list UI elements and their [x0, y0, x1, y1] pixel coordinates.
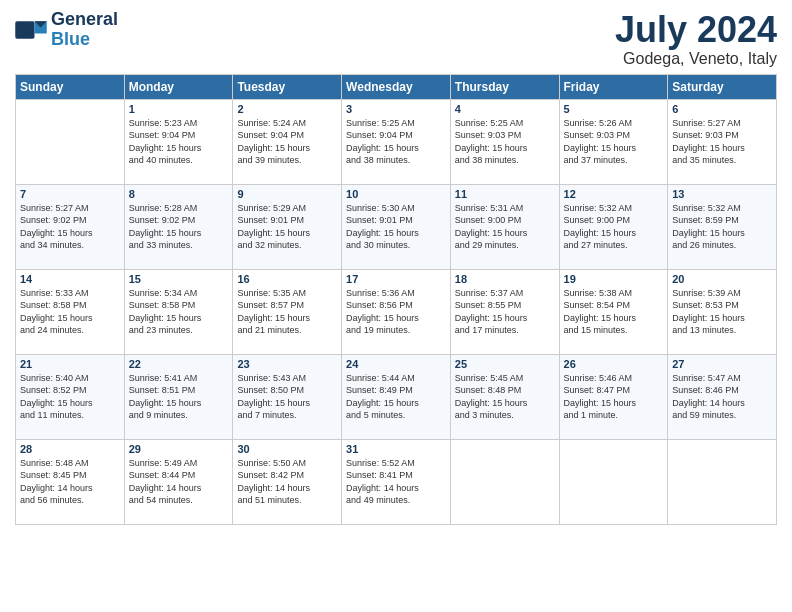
calendar-cell: 3Sunrise: 5:25 AM Sunset: 9:04 PM Daylig… — [342, 99, 451, 184]
cell-content: Sunrise: 5:36 AM Sunset: 8:56 PM Dayligh… — [346, 287, 446, 337]
calendar-cell: 6Sunrise: 5:27 AM Sunset: 9:03 PM Daylig… — [668, 99, 777, 184]
col-monday: Monday — [124, 74, 233, 99]
cell-content: Sunrise: 5:41 AM Sunset: 8:51 PM Dayligh… — [129, 372, 229, 422]
calendar-cell: 16Sunrise: 5:35 AM Sunset: 8:57 PM Dayli… — [233, 269, 342, 354]
cell-content: Sunrise: 5:37 AM Sunset: 8:55 PM Dayligh… — [455, 287, 555, 337]
day-number: 26 — [564, 358, 664, 370]
col-thursday: Thursday — [450, 74, 559, 99]
calendar-cell: 4Sunrise: 5:25 AM Sunset: 9:03 PM Daylig… — [450, 99, 559, 184]
week-row-3: 14Sunrise: 5:33 AM Sunset: 8:58 PM Dayli… — [16, 269, 777, 354]
calendar-cell: 14Sunrise: 5:33 AM Sunset: 8:58 PM Dayli… — [16, 269, 125, 354]
cell-content: Sunrise: 5:29 AM Sunset: 9:01 PM Dayligh… — [237, 202, 337, 252]
day-number: 2 — [237, 103, 337, 115]
cell-content: Sunrise: 5:49 AM Sunset: 8:44 PM Dayligh… — [129, 457, 229, 507]
day-number: 25 — [455, 358, 555, 370]
day-number: 9 — [237, 188, 337, 200]
calendar-cell: 31Sunrise: 5:52 AM Sunset: 8:41 PM Dayli… — [342, 439, 451, 524]
week-row-4: 21Sunrise: 5:40 AM Sunset: 8:52 PM Dayli… — [16, 354, 777, 439]
calendar-cell: 26Sunrise: 5:46 AM Sunset: 8:47 PM Dayli… — [559, 354, 668, 439]
cell-content: Sunrise: 5:32 AM Sunset: 9:00 PM Dayligh… — [564, 202, 664, 252]
week-row-1: 1Sunrise: 5:23 AM Sunset: 9:04 PM Daylig… — [16, 99, 777, 184]
calendar-cell: 21Sunrise: 5:40 AM Sunset: 8:52 PM Dayli… — [16, 354, 125, 439]
calendar-cell: 13Sunrise: 5:32 AM Sunset: 8:59 PM Dayli… — [668, 184, 777, 269]
location: Godega, Veneto, Italy — [615, 50, 777, 68]
day-number: 13 — [672, 188, 772, 200]
week-row-5: 28Sunrise: 5:48 AM Sunset: 8:45 PM Dayli… — [16, 439, 777, 524]
calendar-cell — [668, 439, 777, 524]
calendar-cell: 30Sunrise: 5:50 AM Sunset: 8:42 PM Dayli… — [233, 439, 342, 524]
calendar-cell: 20Sunrise: 5:39 AM Sunset: 8:53 PM Dayli… — [668, 269, 777, 354]
col-wednesday: Wednesday — [342, 74, 451, 99]
calendar-cell: 12Sunrise: 5:32 AM Sunset: 9:00 PM Dayli… — [559, 184, 668, 269]
day-number: 30 — [237, 443, 337, 455]
day-number: 11 — [455, 188, 555, 200]
day-number: 10 — [346, 188, 446, 200]
calendar-cell: 2Sunrise: 5:24 AM Sunset: 9:04 PM Daylig… — [233, 99, 342, 184]
logo-line1: General — [51, 10, 118, 30]
col-saturday: Saturday — [668, 74, 777, 99]
day-number: 19 — [564, 273, 664, 285]
cell-content: Sunrise: 5:35 AM Sunset: 8:57 PM Dayligh… — [237, 287, 337, 337]
col-sunday: Sunday — [16, 74, 125, 99]
cell-content: Sunrise: 5:31 AM Sunset: 9:00 PM Dayligh… — [455, 202, 555, 252]
cell-content: Sunrise: 5:47 AM Sunset: 8:46 PM Dayligh… — [672, 372, 772, 422]
calendar-cell: 1Sunrise: 5:23 AM Sunset: 9:04 PM Daylig… — [124, 99, 233, 184]
calendar-cell: 10Sunrise: 5:30 AM Sunset: 9:01 PM Dayli… — [342, 184, 451, 269]
logo-text: General Blue — [51, 10, 118, 50]
day-number: 24 — [346, 358, 446, 370]
cell-content: Sunrise: 5:40 AM Sunset: 8:52 PM Dayligh… — [20, 372, 120, 422]
cell-content: Sunrise: 5:30 AM Sunset: 9:01 PM Dayligh… — [346, 202, 446, 252]
day-number: 12 — [564, 188, 664, 200]
cell-content: Sunrise: 5:32 AM Sunset: 8:59 PM Dayligh… — [672, 202, 772, 252]
logo-icon — [15, 16, 47, 44]
cell-content: Sunrise: 5:34 AM Sunset: 8:58 PM Dayligh… — [129, 287, 229, 337]
day-number: 6 — [672, 103, 772, 115]
calendar-cell: 18Sunrise: 5:37 AM Sunset: 8:55 PM Dayli… — [450, 269, 559, 354]
day-number: 4 — [455, 103, 555, 115]
calendar-cell: 29Sunrise: 5:49 AM Sunset: 8:44 PM Dayli… — [124, 439, 233, 524]
cell-content: Sunrise: 5:25 AM Sunset: 9:04 PM Dayligh… — [346, 117, 446, 167]
day-number: 22 — [129, 358, 229, 370]
day-number: 27 — [672, 358, 772, 370]
logo: General Blue — [15, 10, 118, 50]
svg-rect-0 — [15, 21, 34, 39]
header-row: Sunday Monday Tuesday Wednesday Thursday… — [16, 74, 777, 99]
cell-content: Sunrise: 5:46 AM Sunset: 8:47 PM Dayligh… — [564, 372, 664, 422]
calendar-cell: 17Sunrise: 5:36 AM Sunset: 8:56 PM Dayli… — [342, 269, 451, 354]
cell-content: Sunrise: 5:48 AM Sunset: 8:45 PM Dayligh… — [20, 457, 120, 507]
day-number: 5 — [564, 103, 664, 115]
cell-content: Sunrise: 5:25 AM Sunset: 9:03 PM Dayligh… — [455, 117, 555, 167]
title-block: July 2024 Godega, Veneto, Italy — [615, 10, 777, 68]
day-number: 17 — [346, 273, 446, 285]
calendar-cell: 28Sunrise: 5:48 AM Sunset: 8:45 PM Dayli… — [16, 439, 125, 524]
day-number: 16 — [237, 273, 337, 285]
cell-content: Sunrise: 5:28 AM Sunset: 9:02 PM Dayligh… — [129, 202, 229, 252]
cell-content: Sunrise: 5:23 AM Sunset: 9:04 PM Dayligh… — [129, 117, 229, 167]
calendar-cell: 22Sunrise: 5:41 AM Sunset: 8:51 PM Dayli… — [124, 354, 233, 439]
calendar-cell: 5Sunrise: 5:26 AM Sunset: 9:03 PM Daylig… — [559, 99, 668, 184]
calendar-cell — [450, 439, 559, 524]
calendar-cell: 23Sunrise: 5:43 AM Sunset: 8:50 PM Dayli… — [233, 354, 342, 439]
cell-content: Sunrise: 5:44 AM Sunset: 8:49 PM Dayligh… — [346, 372, 446, 422]
calendar-cell: 15Sunrise: 5:34 AM Sunset: 8:58 PM Dayli… — [124, 269, 233, 354]
calendar-cell: 27Sunrise: 5:47 AM Sunset: 8:46 PM Dayli… — [668, 354, 777, 439]
day-number: 31 — [346, 443, 446, 455]
day-number: 18 — [455, 273, 555, 285]
cell-content: Sunrise: 5:27 AM Sunset: 9:02 PM Dayligh… — [20, 202, 120, 252]
cell-content: Sunrise: 5:27 AM Sunset: 9:03 PM Dayligh… — [672, 117, 772, 167]
day-number: 8 — [129, 188, 229, 200]
day-number: 3 — [346, 103, 446, 115]
cell-content: Sunrise: 5:43 AM Sunset: 8:50 PM Dayligh… — [237, 372, 337, 422]
cell-content: Sunrise: 5:45 AM Sunset: 8:48 PM Dayligh… — [455, 372, 555, 422]
calendar-cell: 7Sunrise: 5:27 AM Sunset: 9:02 PM Daylig… — [16, 184, 125, 269]
month-title: July 2024 — [615, 10, 777, 50]
cell-content: Sunrise: 5:24 AM Sunset: 9:04 PM Dayligh… — [237, 117, 337, 167]
main-container: General Blue July 2024 Godega, Veneto, I… — [0, 0, 792, 535]
calendar-cell: 19Sunrise: 5:38 AM Sunset: 8:54 PM Dayli… — [559, 269, 668, 354]
header: General Blue July 2024 Godega, Veneto, I… — [15, 10, 777, 68]
calendar-cell: 24Sunrise: 5:44 AM Sunset: 8:49 PM Dayli… — [342, 354, 451, 439]
week-row-2: 7Sunrise: 5:27 AM Sunset: 9:02 PM Daylig… — [16, 184, 777, 269]
cell-content: Sunrise: 5:50 AM Sunset: 8:42 PM Dayligh… — [237, 457, 337, 507]
day-number: 29 — [129, 443, 229, 455]
calendar-cell: 25Sunrise: 5:45 AM Sunset: 8:48 PM Dayli… — [450, 354, 559, 439]
